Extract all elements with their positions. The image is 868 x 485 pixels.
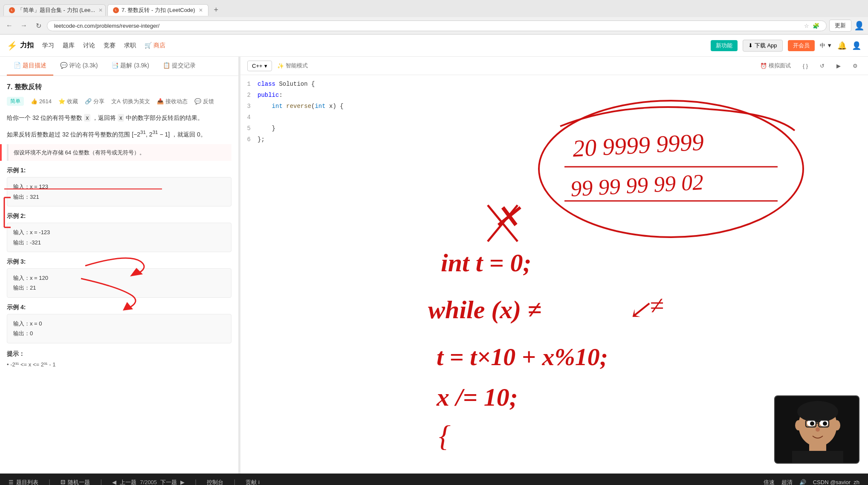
example-4-box: 输入：x = 0 输出：0 xyxy=(7,314,231,343)
example-4-output: 输出：0 xyxy=(13,328,225,338)
contribute-button[interactable]: 贡献 i xyxy=(246,479,260,485)
example-3-box: 输入：x = 120 输出：21 xyxy=(7,268,231,298)
logo-icon: ⚡ xyxy=(7,41,17,51)
example-1: 示例 1: 输入：x = 123 输出：321 xyxy=(7,167,231,206)
svg-text:≠: ≠ xyxy=(650,291,664,319)
site-header: ⚡ 力扣 学习 题库 讨论 竞赛 求职 🛒 商店 新功能 ⬇ 下载 App 开会… xyxy=(0,35,868,57)
add-tab-button[interactable]: + xyxy=(210,4,222,16)
clock-icon: ⏰ xyxy=(760,63,767,69)
problem-list-button[interactable]: ☰ 题目列表 xyxy=(9,479,38,485)
user-avatar[interactable]: 👤 xyxy=(852,41,861,50)
collect-button[interactable]: ⭐ 收藏 xyxy=(58,98,78,105)
back-button[interactable]: ← xyxy=(3,20,15,32)
example-1-box: 输入：x = 123 输出：321 xyxy=(7,177,231,206)
star-icon[interactable]: ☆ xyxy=(804,23,809,29)
separator-1: | xyxy=(49,479,50,485)
nav-contest[interactable]: 竞赛 xyxy=(104,40,116,51)
code-toolbar-right: ⏰ 模拟面试 { } ↺ ▶ ⚙ xyxy=(757,60,861,71)
reset-icon: ↺ xyxy=(820,63,825,69)
tab-submissions[interactable]: 📋 提交记录 xyxy=(156,57,203,76)
problem-content: 7. 整数反转 简单 👍 2614 ⭐ 收藏 🔗 分享 文A 切换为英文 📥 接… xyxy=(0,76,238,473)
mock-interview-button[interactable]: ⏰ 模拟面试 xyxy=(757,60,794,71)
user-icon[interactable]: 👤 xyxy=(854,20,865,31)
tab-favicon-2: L xyxy=(113,7,119,13)
tab-description[interactable]: 📄 题目描述 xyxy=(7,57,53,76)
line-number-1: 1 xyxy=(240,78,258,90)
line-content-4 xyxy=(258,112,868,123)
nav-discuss[interactable]: 讨论 xyxy=(83,40,95,51)
line-content-1: class Solution { xyxy=(258,78,868,90)
quality-button[interactable]: 超清 xyxy=(781,479,793,485)
list-icon: ☰ xyxy=(9,479,14,485)
tab-solutions[interactable]: 📑 题解 (3.9k) xyxy=(104,57,156,76)
language-selector[interactable]: C++ ▾ xyxy=(247,61,272,71)
nav-problems[interactable]: 题库 xyxy=(63,40,75,51)
volume-icon: 🔊 xyxy=(799,479,806,485)
browser-actions: 更新 👤 xyxy=(829,20,865,32)
separator-2: | xyxy=(100,479,102,485)
nav-study[interactable]: 学习 xyxy=(42,40,54,51)
prev-problem-button[interactable]: ◀ xyxy=(112,479,116,485)
nav-store[interactable]: 🛒 商店 xyxy=(145,40,165,51)
settings-button[interactable]: ⚙ xyxy=(849,61,861,71)
forward-button[interactable]: → xyxy=(18,20,30,32)
separator-4: | xyxy=(234,479,235,485)
tab-label-1: 「简单」题目合集 - 力扣 (Lee... xyxy=(17,6,95,14)
left-panel: 📄 题目描述 💬 评论 (3.3k) 📑 题解 (3.9k) 📋 提交记录 7.… xyxy=(0,57,239,473)
extension-icon[interactable]: 🧩 xyxy=(813,23,819,29)
feedback-button[interactable]: 💬 反馈 xyxy=(194,98,214,105)
svg-point-27 xyxy=(823,421,827,426)
code-line-2: 2 public: xyxy=(240,90,868,101)
tab-comments[interactable]: 💬 评论 (3.3k) xyxy=(53,57,105,76)
speed-button[interactable]: 倍速 xyxy=(764,479,775,485)
example-2-output: 输出：-321 xyxy=(13,238,225,247)
random-problem-button[interactable]: ⚄ 随机一题 xyxy=(61,479,90,485)
brackets-icon: { } xyxy=(803,63,808,69)
address-bar[interactable]: leetcode-cn.com/problems/reverse-integer… xyxy=(47,20,827,31)
example-4-input: 输入：x = 0 xyxy=(13,319,225,328)
line-content-3: int reverse(int x) { xyxy=(258,101,868,112)
comments-tab-icon: 💬 xyxy=(60,62,67,69)
example-2-input: 输入：x = -123 xyxy=(13,227,225,237)
line-content-2: public: xyxy=(258,90,868,101)
next-problem-button[interactable]: ▶ xyxy=(180,479,185,485)
update-button[interactable]: 更新 xyxy=(829,20,851,32)
run-button[interactable]: ▶ xyxy=(833,61,844,71)
lang-switch-button[interactable]: 文A 切换为英文 xyxy=(111,98,150,105)
likes-count[interactable]: 👍 2614 xyxy=(31,98,52,105)
svg-text:↙: ↙ xyxy=(628,296,650,324)
header-right: 新功能 ⬇ 下载 App 开会员 中 ▼ 🔔 👤 xyxy=(711,40,861,52)
browser-tab-2[interactable]: L 7. 整数反转 - 力扣 (LeetCode) ✕ xyxy=(107,4,208,16)
tab-close-2[interactable]: ✕ xyxy=(199,7,203,13)
ai-mode-button[interactable]: ✨ 智能模式 xyxy=(277,62,308,70)
nav-jobs[interactable]: 求职 xyxy=(124,40,136,51)
reset-button[interactable]: ↺ xyxy=(816,61,828,71)
download-app-button[interactable]: ⬇ 下载 App xyxy=(743,40,782,52)
svg-rect-35 xyxy=(792,451,843,464)
vip-button[interactable]: 开会员 xyxy=(788,40,815,51)
notification-icon[interactable]: 🔔 xyxy=(837,41,847,50)
svg-point-26 xyxy=(810,421,814,426)
browser-tab-1[interactable]: L 「简单」题目合集 - 力扣 (Lee... ✕ xyxy=(3,4,106,16)
tab-close-1[interactable]: ✕ xyxy=(98,7,103,13)
example-2: 示例 2: 输入：x = -123 输出：-321 xyxy=(7,212,231,252)
svg-text:✕: ✕ xyxy=(492,198,521,236)
new-feature-button[interactable]: 新功能 xyxy=(711,40,738,51)
console-button[interactable]: 控制台 xyxy=(207,479,223,485)
line-number-2: 2 xyxy=(240,90,258,101)
run-icon: ▶ xyxy=(836,63,841,69)
svg-text:x /= 10;: x /= 10; xyxy=(436,383,518,411)
example-3: 示例 3: 输入：x = 120 输出：21 xyxy=(7,258,231,298)
csdn-label: CSDN @savior_zh xyxy=(813,479,859,485)
svg-text:99 99 99 99 02: 99 99 99 99 02 xyxy=(570,170,704,201)
refresh-button[interactable]: ↻ xyxy=(32,20,44,32)
share-button[interactable]: 🔗 分享 xyxy=(85,98,104,105)
logo[interactable]: ⚡ 力扣 xyxy=(7,41,34,51)
language-button[interactable]: 中 ▼ xyxy=(820,42,832,49)
subscribe-button[interactable]: 📥 接收动态 xyxy=(157,98,188,105)
volume-button[interactable]: 🔊 xyxy=(799,479,806,485)
svg-text:int  t = 0;: int t = 0; xyxy=(441,249,532,277)
right-bottom-controls: 倍速 超清 🔊 CSDN @savior_zh xyxy=(764,479,859,485)
format-button[interactable]: { } xyxy=(799,61,811,71)
logo-text: 力扣 xyxy=(20,41,34,50)
